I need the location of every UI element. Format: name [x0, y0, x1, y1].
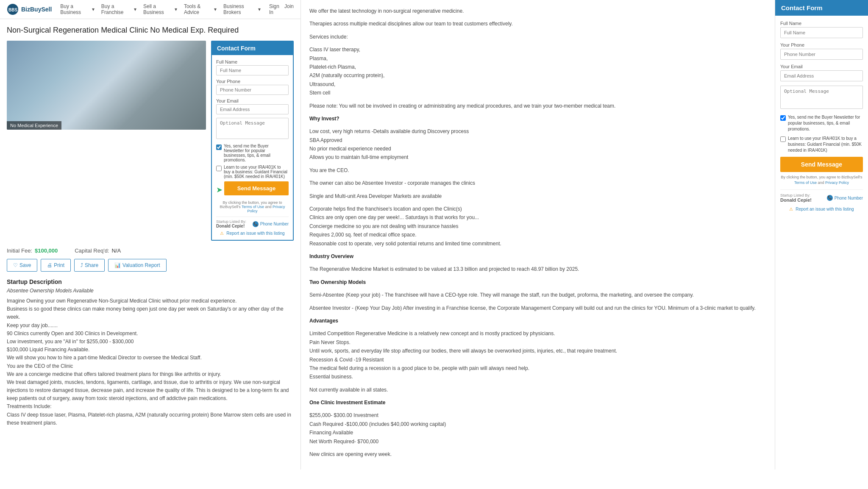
- cf-message-field: [216, 118, 289, 140]
- fr-listed-by: Startup Listed By: Donald Cepie! 📞 Phone…: [780, 189, 863, 203]
- initial-fee-value: $100,000: [35, 247, 58, 254]
- fees-row: Initial Fee: $100,000 Capital Req'd: N/A: [7, 247, 294, 254]
- phone-icon: 📞: [253, 221, 259, 227]
- fr-phone-field: Your Phone: [780, 42, 863, 60]
- cf-checkbox2-input[interactable]: [216, 166, 222, 171]
- share-button[interactable]: ⤴ Share: [74, 259, 105, 272]
- cf-checkbox2-text: Learn to use your IRA/401K to buy a busi…: [224, 165, 289, 179]
- startup-description-subtitle: Absentee Ownership Models Available: [7, 288, 294, 294]
- initial-fee-item: Initial Fee: $100,000: [7, 247, 58, 254]
- cf-email-input[interactable]: [216, 104, 289, 114]
- cf-phone-field: Your Phone: [216, 79, 289, 95]
- nav-buy-franchise[interactable]: Buy a Franchise: [101, 3, 127, 15]
- nav-sell-business[interactable]: Sell a Business: [143, 3, 168, 15]
- fr-terms-link1[interactable]: Terms of Use: [794, 181, 817, 185]
- cf-left-send-button[interactable]: Send Message: [224, 181, 289, 195]
- fr-phone-icon: 📞: [827, 195, 833, 201]
- cf-terms-link1[interactable]: Terms of Use: [242, 205, 264, 209]
- fr-checkbox1-text: Yes, send me the Buyer Newsletter for po…: [788, 114, 863, 132]
- fr-checkbox2: Learn to use your IRA/401K to buy a busi…: [780, 136, 863, 153]
- fr-checkbox2-input[interactable]: [780, 136, 786, 142]
- fr-phone-input[interactable]: [780, 49, 863, 60]
- fr-report-link[interactable]: ⚠ Report an issue with this listing: [780, 205, 863, 213]
- navbar-right: Sign In Join: [269, 3, 294, 15]
- send-arrow-icon: ➤: [216, 185, 223, 194]
- fr-terms: By clicking the button, you agree to Biz…: [780, 175, 863, 185]
- nav-tools-advice[interactable]: Tools & Advice: [184, 3, 207, 15]
- cf-checkbox1-input[interactable]: [216, 144, 222, 150]
- contact-form-left: Contact Form Full Name Your Phone Your E…: [211, 41, 294, 241]
- save-button[interactable]: ♡ Save: [7, 259, 37, 272]
- right-description-panel: We offer the latest technology in non-su…: [301, 0, 775, 470]
- action-buttons: ♡ Save 🖨 Print ⤴ Share 📊 Valuation Repor…: [7, 259, 294, 272]
- cf-left-header: Contact Form: [212, 42, 293, 55]
- fr-listed-by-label: Startup Listed By:: [780, 193, 812, 197]
- cf-phone-input[interactable]: [216, 85, 289, 95]
- cf-left-report-link[interactable]: ⚠ Report an issue with this listing: [216, 231, 289, 236]
- cf-checkbox1: Yes, send me the Buyer Newsletter for po…: [216, 144, 289, 162]
- cf-checkbox2: Learn to use your IRA/401K to buy a busi…: [216, 165, 289, 179]
- listing-image: No Medical Experience: [7, 41, 206, 130]
- initial-fee-label: Initial Fee:: [7, 247, 32, 254]
- print-icon: 🖨: [47, 262, 52, 268]
- fr-email-label: Your Email: [780, 64, 863, 69]
- cf-full-name-field: Full Name: [216, 59, 289, 75]
- fr-full-name-label: Full Name: [780, 21, 863, 26]
- fr-full-name-input[interactable]: [780, 27, 863, 38]
- cf-email-field: Your Email: [216, 98, 289, 114]
- nav-join[interactable]: Join: [284, 3, 294, 15]
- fr-cf-body: Full Name Your Phone Your Email Yes, sen…: [775, 16, 868, 218]
- fr-email-input[interactable]: [780, 70, 863, 81]
- cf-message-input[interactable]: [216, 118, 289, 139]
- fr-warning-icon: ⚠: [789, 207, 793, 211]
- logo-text: BizBuySell: [21, 6, 52, 13]
- print-button[interactable]: 🖨 Print: [41, 259, 71, 272]
- nav-buy-business[interactable]: Buy a Business: [60, 3, 85, 15]
- cf-listed-by-label: Startup Listed By:: [216, 219, 246, 224]
- nav-sign-in[interactable]: Sign In: [269, 3, 279, 15]
- chart-icon: 📊: [114, 262, 121, 268]
- left-panel: BBS BizBuySell Buy a Business ▾ Buy a Fr…: [0, 0, 301, 470]
- cf-listed-by-name: Donald Cepie!: [216, 224, 246, 228]
- cf-email-label: Your Email: [216, 98, 289, 103]
- listing-image-overlay: No Medical Experience: [7, 121, 61, 130]
- fr-full-name-field: Full Name: [780, 21, 863, 38]
- fr-listed-by-info: Startup Listed By: Donald Cepie!: [780, 193, 812, 203]
- cf-phone-label: Your Phone: [216, 79, 289, 84]
- contact-form-right-panel: Contact Form Full Name Your Phone Your E…: [775, 0, 868, 470]
- heart-icon: ♡: [13, 262, 18, 268]
- fr-email-field: Your Email: [780, 64, 863, 81]
- cf-phone-button[interactable]: 📞 Phone Number: [253, 221, 289, 227]
- cf-full-name-input[interactable]: [216, 65, 289, 75]
- right-content: We offer the latest technology in non-su…: [309, 7, 766, 458]
- logo[interactable]: BBS BizBuySell: [7, 3, 52, 15]
- fr-message-input[interactable]: [780, 86, 863, 109]
- capital-req-label: Capital Req'd:: [75, 247, 109, 254]
- fr-listed-by-name: Donald Cepie!: [780, 197, 812, 203]
- capital-req-item: Capital Req'd: N/A: [75, 247, 121, 254]
- nav-business-brokers[interactable]: Business Brokers: [223, 3, 251, 15]
- fr-cf-header: Contact Form: [775, 0, 868, 16]
- cf-checkbox1-text: Yes, send me the Buyer Newsletter for po…: [224, 144, 289, 162]
- navbar-links: Buy a Business ▾ Buy a Franchise ▾ Sell …: [60, 3, 261, 15]
- valuation-report-button[interactable]: 📊 Valuation Report: [108, 259, 167, 272]
- fr-terms-link2[interactable]: Privacy Policy: [825, 181, 849, 185]
- fr-checkbox1: Yes, send me the Buyer Newsletter for po…: [780, 114, 863, 132]
- cf-left-terms: By clicking the button, you agree to Biz…: [216, 200, 289, 213]
- cf-left-body: Full Name Your Phone Your Email: [212, 55, 293, 240]
- fr-send-button[interactable]: Send Message: [780, 157, 863, 172]
- share-icon: ⤴: [81, 262, 83, 268]
- page-content: Non-Surgical Regeneration Medical Clinic…: [0, 19, 300, 470]
- navbar: BBS BizBuySell Buy a Business ▾ Buy a Fr…: [0, 0, 300, 19]
- capital-req-value: N/A: [111, 247, 121, 254]
- fr-checkbox1-input[interactable]: [780, 115, 786, 121]
- fr-checkbox2-text: Learn to use your IRA/401K to buy a busi…: [788, 136, 863, 153]
- cf-listed-by-info: Startup Listed By: Donald Cepie!: [216, 219, 246, 228]
- fr-phone-button[interactable]: 📞 Phone Number: [827, 195, 863, 201]
- page-title: Non-Surgical Regeneration Medical Clinic…: [7, 26, 294, 35]
- startup-description-title: Startup Description: [7, 278, 294, 285]
- fr-phone-label: Your Phone: [780, 42, 863, 47]
- startup-description-body: Imagine Owning your own Regenerative Non…: [7, 297, 294, 427]
- cf-left-listed-by: Startup Listed By: Donald Cepie! 📞 Phone…: [216, 217, 289, 228]
- warning-icon-left: ⚠: [220, 231, 224, 236]
